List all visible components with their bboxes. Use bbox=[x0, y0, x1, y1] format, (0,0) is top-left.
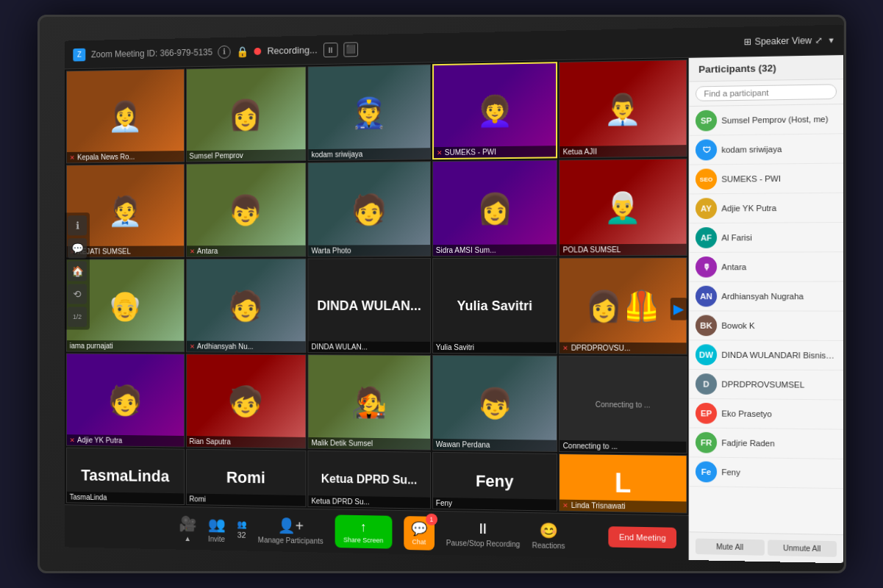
grid-nav-arrow[interactable]: ▶ bbox=[670, 298, 687, 320]
video-cell-feny[interactable]: Feny Feny bbox=[432, 452, 557, 512]
chat-btn[interactable]: 1 💬 Chat bbox=[404, 516, 435, 551]
home-toolbar-icon[interactable]: 🏠 bbox=[67, 261, 86, 281]
sidebar-search bbox=[689, 79, 843, 107]
video-cell-sumeks[interactable]: 👩‍🦱 ✕ SUMEKS - PWI bbox=[432, 62, 557, 159]
person-ketua: 👨‍💼 bbox=[560, 60, 686, 157]
video-cell-adjie[interactable]: 🧑 ✕ Adjie YK Putra bbox=[65, 354, 184, 448]
stop-recording-btn[interactable]: ⬛ bbox=[343, 42, 357, 57]
list-item-eko[interactable]: EP Eko Prasetyo bbox=[689, 399, 843, 430]
avatar-ardhians: AN bbox=[695, 286, 716, 307]
name-linda: Linda Trisnawati bbox=[571, 501, 625, 510]
name-feny-big: Feny bbox=[475, 472, 513, 492]
avatar-kodam: 🛡 bbox=[695, 140, 716, 161]
sidebar-header: Participants (32) bbox=[689, 55, 843, 82]
chat-label: Chat bbox=[412, 538, 426, 545]
mic-muted-adjie: ✕ bbox=[69, 437, 75, 444]
topbar-right: ⊞ Speaker View ⤢ ▾ bbox=[743, 35, 833, 47]
video-cell-dinda[interactable]: DINDA WULAN... DINDA WULAN... bbox=[307, 258, 430, 354]
person-dprd: 👩‍🦺 bbox=[560, 258, 686, 354]
participant-number: 32 bbox=[237, 531, 246, 539]
list-item-sumeks[interactable]: SEO SUMEKS - PWI bbox=[689, 164, 843, 195]
pause-recording-btn[interactable]: ⏸ Pause/Stop Recording bbox=[446, 520, 519, 548]
person-sumsel: 👩 bbox=[186, 67, 305, 161]
video-cell-sidra[interactable]: 👩 Sidra AMSI Sum... bbox=[432, 159, 557, 257]
search-input[interactable] bbox=[695, 84, 836, 101]
pname-adjieyk: Adjie YK Putra bbox=[721, 203, 837, 212]
pname-eko: Eko Prasetyo bbox=[721, 409, 837, 419]
list-item-alfarisi[interactable]: AF Al Farisi bbox=[689, 223, 843, 253]
monitor: Z Zoom Meeting ID: 366-979-5135 ℹ 🔒 Reco… bbox=[37, 15, 846, 573]
pname-antara: Antara bbox=[721, 262, 837, 272]
video-cell-rian[interactable]: 🧒 Rian Saputra bbox=[185, 354, 306, 448]
video-grid: 👩‍💼 ✕ Kepala News Ro... 👩 Sumsel Pemprov bbox=[65, 58, 689, 455]
list-item-kodam[interactable]: 🛡 kodam sriwijaya bbox=[689, 134, 843, 165]
meeting-id: Zoom Meeting ID: 366-979-5135 bbox=[90, 47, 212, 60]
video-cell-tasmalinda[interactable]: TasmaLinda TasmaLinda bbox=[65, 448, 184, 505]
video-cell-linda[interactable]: L ✕ Linda Trisnawati bbox=[559, 453, 687, 514]
list-item-feny[interactable]: Fe Feny bbox=[689, 457, 843, 489]
grid-icon: ⊞ bbox=[743, 36, 751, 47]
participant-count: 👥 32 bbox=[236, 520, 246, 539]
left-toolbar: ℹ 💬 🏠 ⟲ 1/2 bbox=[65, 212, 90, 329]
list-item-antara[interactable]: 🎙 Antara bbox=[689, 252, 843, 282]
share-screen-btn[interactable]: ↑ Share Screen bbox=[335, 514, 392, 548]
name-dinda: DINDA WULAN... bbox=[311, 343, 367, 351]
dropdown-arrow[interactable]: ▾ bbox=[829, 35, 833, 46]
video-cell-warta[interactable]: 🧑 Warta Photo bbox=[307, 161, 430, 257]
name-ketua: Ketua AJII bbox=[562, 148, 596, 157]
arrow-toolbar-icon[interactable]: ⟲ bbox=[67, 284, 86, 304]
reactions-btn[interactable]: 😊 Reactions bbox=[532, 521, 565, 550]
invite-btn[interactable]: 👥 Invite bbox=[207, 515, 225, 543]
camera-btn[interactable]: 🎥 ▲ bbox=[179, 514, 196, 542]
chat-toolbar-icon[interactable]: 💬 bbox=[67, 238, 86, 258]
video-cell-kodam[interactable]: 👮 kodam sriwijaya bbox=[307, 64, 430, 161]
avatar-bowok: BK bbox=[695, 315, 716, 337]
list-item-dprd[interactable]: D DPRDPROVSUMSEL bbox=[689, 370, 843, 400]
name-polda: POLDA SUMSEL bbox=[562, 245, 621, 254]
info-icon[interactable]: ℹ bbox=[218, 45, 230, 58]
video-cell-ketuadprd[interactable]: Ketua DPRD Su... Ketua DPRD Su... bbox=[307, 451, 430, 509]
video-cell-yulia[interactable]: Yulia Savitri Yulia Savitri bbox=[432, 258, 557, 354]
mic-muted-dprd: ✕ bbox=[562, 344, 568, 351]
list-item-fadjrie[interactable]: FR Fadjrie Raden bbox=[689, 429, 843, 459]
person-rian: 🧒 bbox=[186, 354, 305, 448]
participant-icon: 👥 bbox=[236, 520, 246, 529]
unmute-all-btn[interactable]: Unmute All bbox=[767, 539, 836, 556]
invite-icon: 👥 bbox=[207, 515, 225, 533]
video-cell-antara[interactable]: 👦 ✕ Antara bbox=[185, 162, 306, 257]
list-item-sumsel[interactable]: SP Sumsel Pemprov (Host, me) bbox=[689, 104, 843, 136]
end-meeting-btn[interactable]: End Meeting bbox=[608, 526, 676, 548]
sidebar-bottom: Mute All Unmute All bbox=[689, 531, 843, 563]
mic-muted-kepala: ✕ bbox=[69, 154, 75, 161]
speaker-view-btn[interactable]: ⊞ Speaker View ⤢ bbox=[743, 35, 822, 46]
manage-participants-btn[interactable]: 👤+ Manage Participants bbox=[257, 516, 323, 545]
pname-sumsel: Sumsel Pemprov (Host, me) bbox=[721, 115, 837, 125]
video-cell-ketua[interactable]: 👨‍💼 Ketua AJII bbox=[559, 60, 687, 158]
info-toolbar-icon[interactable]: ℹ bbox=[67, 215, 86, 235]
pause-icon: ⏸ bbox=[475, 520, 490, 537]
video-cell-romi[interactable]: Romi Romi bbox=[185, 449, 306, 507]
avatar-adjieyk: AY bbox=[695, 198, 716, 219]
list-item-adjieyk[interactable]: AY Adjie YK Putra bbox=[689, 193, 843, 223]
video-cell-polda[interactable]: 👨‍🦳 POLDA SUMSEL bbox=[559, 158, 687, 256]
list-item-dinda[interactable]: DW DINDA WULANDARI Bisnis Ind... bbox=[689, 340, 843, 370]
pname-sumeks: SUMEKS - PWI bbox=[721, 173, 837, 184]
avatar-alfarisi: AF bbox=[695, 227, 716, 248]
mute-all-btn[interactable]: Mute All bbox=[695, 539, 763, 556]
chat-badge: 1 bbox=[425, 513, 437, 525]
name-dinda-big: DINDA WULAN... bbox=[311, 293, 426, 320]
video-cell-ardhians[interactable]: 🧑 ✕ Ardhiansyah Nu... bbox=[185, 259, 306, 354]
list-item-bowok[interactable]: BK Bowok K bbox=[689, 311, 843, 341]
video-cell-wawan[interactable]: 👦 Wawan Perdana bbox=[432, 355, 557, 452]
avatar-antara: 🎙 bbox=[695, 257, 716, 278]
name-dprd: DPRDPROVSU... bbox=[571, 344, 630, 352]
video-cell-malik[interactable]: 🧑‍🎤 Malik Detik Sumsel bbox=[307, 354, 430, 451]
list-item-ardhians[interactable]: AN Ardhiansyah Nugraha bbox=[689, 282, 843, 311]
pname-dprd: DPRDPROVSUMSEL bbox=[721, 380, 837, 390]
video-cell-kepala[interactable]: 👩‍💼 ✕ Kepala News Ro... bbox=[65, 68, 184, 163]
pause-recording-btn[interactable]: ⏸ bbox=[323, 42, 337, 57]
name-yulia: Yulia Savitri bbox=[435, 343, 473, 351]
video-cell-connecting[interactable]: Connecting to ... Connecting to ... bbox=[559, 356, 687, 453]
video-cell-dprd[interactable]: 👩‍🦺 ✕ DPRDPROVSU... bbox=[559, 257, 687, 355]
video-cell-sumsel[interactable]: 👩 Sumsel Pemprov bbox=[185, 66, 306, 162]
